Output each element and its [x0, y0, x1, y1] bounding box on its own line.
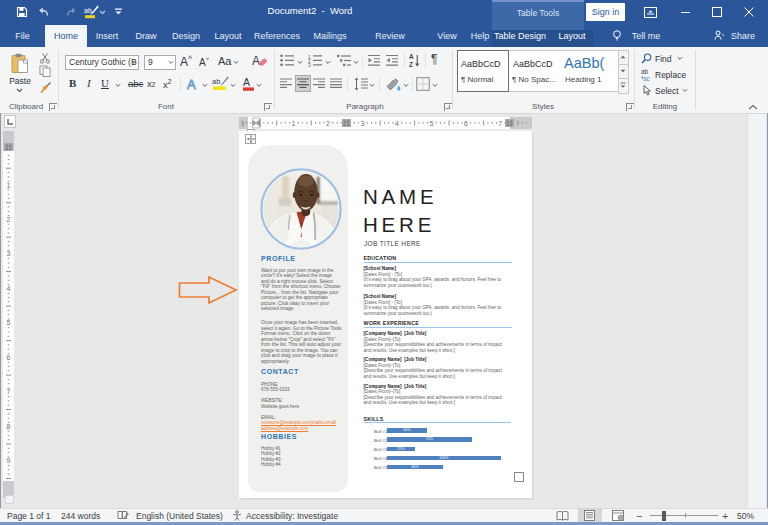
svg-text:5: 5 — [7, 319, 11, 326]
svg-text:4: 4 — [7, 285, 11, 292]
svg-text:1: 1 — [292, 120, 296, 127]
svg-text:5: 5 — [429, 120, 433, 127]
svg-text:ab: ab — [84, 7, 92, 14]
svg-text:6: 6 — [464, 120, 468, 127]
svg-text:9: 9 — [7, 457, 11, 464]
svg-text:A: A — [252, 54, 260, 68]
svg-text:4: 4 — [395, 120, 399, 127]
svg-text:1: 1 — [7, 182, 11, 189]
svg-text:1: 1 — [242, 121, 246, 127]
svg-text:ab: ab — [212, 77, 220, 86]
svg-text:ac: ac — [643, 75, 651, 82]
svg-text:A: A — [187, 77, 196, 92]
svg-text:3: 3 — [7, 250, 11, 257]
svg-text:2: 2 — [326, 120, 330, 127]
svg-text:2: 2 — [7, 216, 11, 223]
svg-text:3: 3 — [308, 63, 311, 67]
svg-text:7: 7 — [498, 120, 502, 127]
svg-text:6: 6 — [7, 354, 11, 361]
svg-text:8: 8 — [7, 423, 11, 430]
svg-text:A: A — [409, 53, 414, 60]
svg-text:3: 3 — [361, 120, 365, 127]
svg-text:A: A — [243, 76, 250, 88]
svg-text:7: 7 — [7, 388, 11, 395]
svg-text:Z: Z — [409, 61, 413, 68]
